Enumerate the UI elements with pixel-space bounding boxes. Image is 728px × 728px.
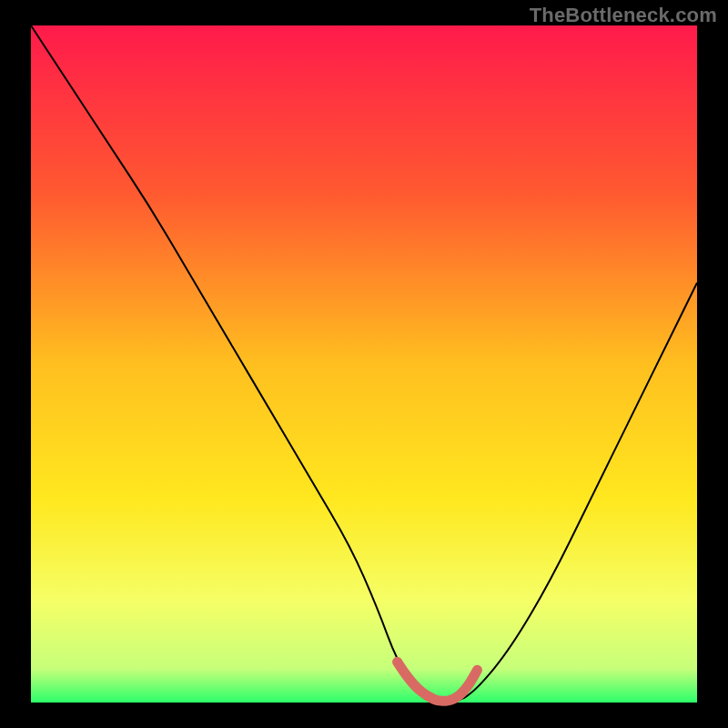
watermark-text: TheBottleneck.com [530, 4, 717, 27]
chart-frame: TheBottleneck.com [0, 0, 728, 728]
gradient-background [31, 25, 697, 703]
chart-canvas [0, 0, 728, 728]
